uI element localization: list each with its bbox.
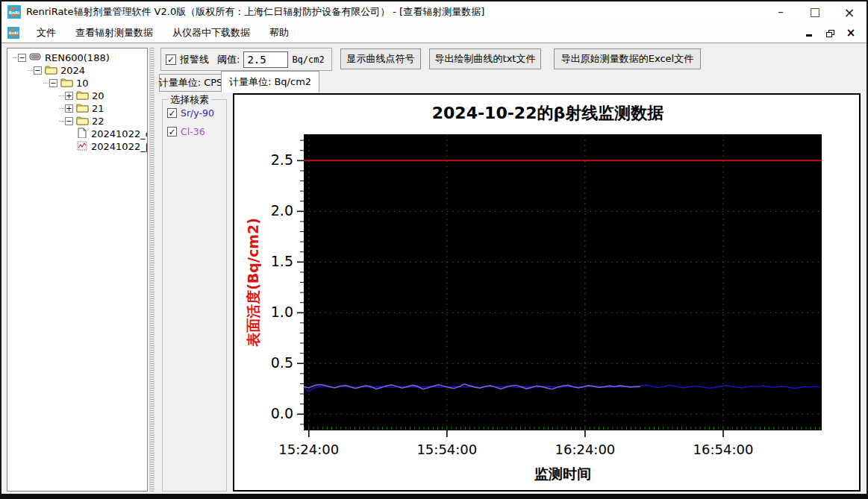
tree-item-label: 22 [92,116,104,127]
minimize-button[interactable]: – [764,1,798,22]
show-curve-points-button[interactable]: 显示曲线点符号 [340,48,421,69]
close-icon: × [843,4,855,20]
export-raw-excel-button[interactable]: 导出原始测量数据的Excel文件 [554,48,701,69]
tree-item-10[interactable]: −10 [7,77,147,90]
nuclide-label: Cl-36 [181,126,205,137]
app-logo-icon-small: RnRi [7,27,19,39]
folder-icon [76,90,92,102]
svg-text:2.5: 2.5 [271,151,293,168]
threshold-unit-label: Bq/cm2 [292,54,324,65]
svg-text:16:54:00: 16:54:00 [693,442,754,457]
tree-item-20241022-α[interactable]: 20241022_α [7,128,147,140]
minimize-icon: – [778,5,784,19]
folder-icon [76,102,92,115]
document-icon [75,128,91,140]
tree-item-label: 20241022_β [91,141,148,152]
maximize-icon: □ [810,5,820,19]
tree-item-22[interactable]: −22 [7,115,147,128]
tree-item-ren600-188-[interactable]: −REN600(188) [7,51,147,64]
alarm-line-groupbox: ✓ 报警线 阈值: Bq/cm2 [160,48,332,71]
tree-expander-plus[interactable]: + [65,92,73,100]
svg-text:15:24:00: 15:24:00 [278,442,339,457]
tree-expander-minus[interactable]: − [34,66,42,75]
tree-connector [59,108,64,109]
svg-text:2.0: 2.0 [271,202,293,219]
nuclide-select-groupbox: 选择核素 ✓Sr/y-90✓Cl-36 [162,99,227,492]
svg-text:监测时间: 监测时间 [534,465,591,482]
app-logo-icon: RnRi [7,5,21,19]
tree-item-20241022-β[interactable]: 20241022_β [7,140,147,153]
nuclide-label: Sr/y-90 [181,107,214,119]
alarm-line-label: 报警线 [180,53,209,66]
tree-item-label: 21 [92,103,104,114]
mdi-close-icon: × [846,28,856,37]
mdi-restore-icon-front [826,32,832,37]
tree-expander-minus[interactable]: − [18,54,26,62]
panel-splitter[interactable] [149,48,154,492]
nuclide-item-sr-y-90: ✓Sr/y-90 [167,107,226,119]
checkmark-icon: ✓ [167,55,175,64]
menu-bar: RnRi 文件查看辐射测量数据从仪器中下载数据帮助 × [1,22,867,43]
menu-item-0[interactable]: 文件 [27,23,66,43]
mdi-minimize-icon [806,34,812,37]
tree-item-21[interactable]: +21 [7,102,147,115]
folder-icon [45,64,60,77]
close-button[interactable]: × [832,1,867,22]
tab-unit-bqcm2[interactable]: 计量单位: Bq/cm2 [221,71,319,92]
nuclide-groupbox-title: 选择核素 [168,93,211,107]
device-icon [29,51,45,64]
folder-icon [76,115,92,128]
tree-connector [28,70,33,71]
tree-item-label: REN600(188) [45,52,110,63]
svg-text:1.5: 1.5 [271,253,293,269]
export-curve-txt-button[interactable]: 导出绘制曲线的txt文件 [429,48,541,69]
tree-connector [43,83,49,84]
svg-text:0.5: 0.5 [271,354,293,371]
folder-icon [60,77,76,90]
tree-connector [12,57,17,58]
tree-expander-minus[interactable]: − [49,79,57,87]
device-data-tree: −REN600(188)−2024−10+20+21−2220241022_α2… [7,48,148,492]
monitoring-chart: 2024-10-22的β射线监测数据0.00.51.01.52.02.515:2… [234,95,859,490]
tree-expander-plus[interactable]: + [65,104,73,113]
menu-item-2[interactable]: 从仪器中下载数据 [163,23,260,43]
mdi-window-controls: × [804,28,867,37]
nuclide-checkbox[interactable]: ✓ [167,108,177,118]
svg-text:RnRi: RnRi [9,31,19,35]
svg-text:16:24:00: 16:24:00 [555,442,615,457]
svg-text:2024-10-22的β射线监测数据: 2024-10-22的β射线监测数据 [432,104,664,122]
threshold-label: 阈值: [217,53,240,66]
svg-text:表面活度(Bq/cm2): 表面活度(Bq/cm2) [245,218,261,348]
menu-item-1[interactable]: 查看辐射测量数据 [66,23,163,43]
title-bar: RnRi RenriRate辐射剂量管理软件 V2.0版（版权所有：上海仁日辐射… [1,1,867,22]
tree-item-20[interactable]: +20 [7,90,147,102]
tree-expander-minus[interactable]: − [65,117,73,125]
tree-connector [59,95,64,96]
threshold-input[interactable] [243,51,288,68]
mdi-minimize-button[interactable] [804,28,814,37]
svg-text:RnRi: RnRi [9,10,19,15]
mdi-close-button[interactable]: × [846,28,856,37]
svg-text:0.0: 0.0 [271,405,293,421]
application-window: RnRi RenriRate辐射剂量管理软件 V2.0版（版权所有：上海仁日辐射… [0,0,868,499]
tree-item-label: 10 [76,78,89,89]
tree-item-label: 20241022_α [91,128,148,139]
tab-unit-cps[interactable]: 计量单位: CPS [159,74,222,92]
menu-item-3[interactable]: 帮助 [260,23,299,43]
svg-text:15:54:00: 15:54:00 [416,442,477,457]
mdi-restore-button[interactable] [825,28,835,37]
tree-connector [59,121,64,122]
maximize-button[interactable]: □ [798,1,832,22]
chart-panel: 2024-10-22的β射线监测数据0.00.51.01.52.02.515:2… [233,93,861,492]
tree-item-2024[interactable]: −2024 [7,64,147,77]
tree-item-label: 2024 [60,65,85,76]
nuclide-item-cl-36: ✓Cl-36 [167,126,226,137]
window-title: RenriRate辐射剂量管理软件 V2.0版（版权所有：上海仁日辐射防护设备有… [26,5,484,19]
svg-text:1.0: 1.0 [271,304,293,320]
tree-item-label: 20 [92,90,104,101]
chart-document-icon [75,140,91,153]
nuclide-checkbox[interactable]: ✓ [167,127,177,136]
alarm-line-checkbox[interactable]: ✓ [166,54,176,65]
